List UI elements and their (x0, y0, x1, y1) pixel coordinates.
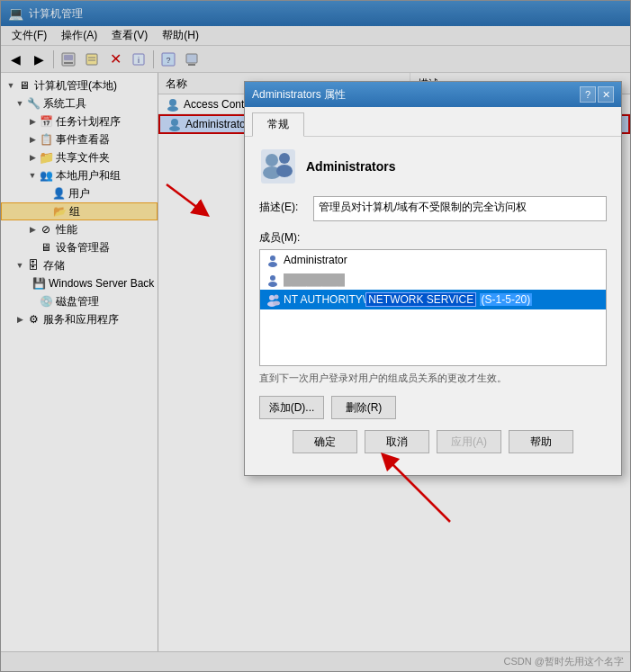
add-button[interactable]: 添加(D)... (259, 396, 324, 419)
tab-general[interactable]: 常规 (252, 112, 304, 137)
dialog-desc-label: 描述(E): (259, 196, 313, 215)
administrators-dialog: Administrators 属性 ? ✕ 常规 (244, 81, 622, 476)
svg-point-17 (266, 154, 278, 166)
cancel-button[interactable]: 取消 (365, 430, 429, 453)
member-user-icon-1 (266, 273, 280, 287)
dialog-tabs: 常规 (245, 107, 621, 137)
svg-point-20 (276, 165, 293, 177)
dialog-group-name: Administrators (306, 159, 396, 174)
svg-point-25 (269, 295, 275, 300)
member-name-0: Administrator (284, 254, 347, 266)
dialog-group-icon (259, 148, 297, 185)
help-button[interactable]: 帮助 (509, 430, 573, 453)
svg-point-21 (270, 255, 275, 261)
member-name-1: ████████ (284, 273, 345, 286)
svg-point-23 (270, 275, 275, 281)
member-item-0[interactable]: Administrator (260, 250, 606, 270)
apply-button[interactable]: 应用(A) (437, 430, 501, 453)
svg-point-19 (279, 153, 290, 164)
svg-point-22 (268, 262, 277, 267)
member-item-1[interactable]: ████████ (260, 270, 606, 290)
dialog-overlay: Administrators 属性 ? ✕ 常规 (0, 0, 631, 672)
member-item-2[interactable]: NT AUTHORITY\NETWORK SERVICE (S-1-5-20) (260, 290, 606, 309)
dialog-desc-input[interactable]: 管理员对计算机/域有不受限制的完全访问权 (313, 196, 607, 221)
member-name-2: NT AUTHORITY\NETWORK SERVICE (S-1-5-20) (284, 293, 532, 306)
dialog-hint: 直到下一次用户登录对用户的组成员关系的更改才生效。 (259, 372, 607, 385)
remove-button[interactable]: 删除(R) (331, 396, 396, 419)
svg-point-27 (275, 295, 279, 300)
member-group-icon-2 (266, 292, 280, 307)
ok-button[interactable]: 确定 (293, 430, 357, 453)
svg-rect-16 (261, 149, 295, 184)
dialog-members-list: Administrator ████████ (259, 249, 607, 366)
dialog-footer: 确定 取消 应用(A) 帮助 (259, 430, 607, 464)
dialog-desc-row: 描述(E): 管理员对计算机/域有不受限制的完全访问权 (259, 196, 607, 221)
member-user-icon-0 (266, 253, 280, 267)
dialog-title: Administrators 属性 (252, 87, 580, 103)
dialog-members-label: 成员(M): (259, 230, 607, 246)
svg-point-28 (273, 301, 280, 306)
dialog-header-row: Administrators (259, 148, 607, 185)
dialog-content: Administrators 描述(E): 管理员对计算机/域有不受限制的完全访… (245, 137, 621, 475)
svg-point-24 (268, 282, 277, 287)
dialog-help-button[interactable]: ? (580, 86, 596, 103)
dialog-titlebar: Administrators 属性 ? ✕ (245, 82, 621, 107)
dialog-title-buttons: ? ✕ (580, 86, 614, 103)
dialog-close-button[interactable]: ✕ (598, 86, 614, 103)
